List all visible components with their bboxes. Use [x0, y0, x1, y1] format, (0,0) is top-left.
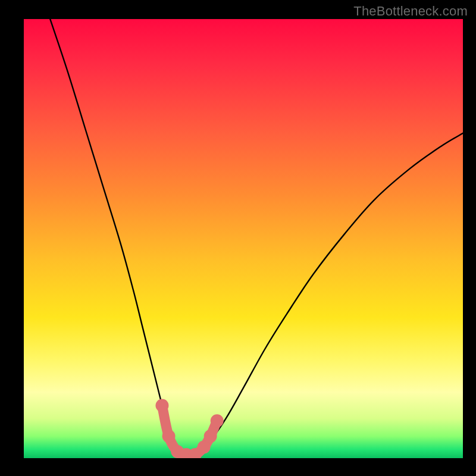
watermark-label: TheBottleneck.com — [353, 4, 468, 19]
marker-dot — [155, 399, 168, 412]
chart-frame: TheBottleneck.com — [0, 0, 476, 476]
plot-area — [24, 19, 463, 458]
curve-layer — [50, 19, 463, 455]
marker-dot — [162, 430, 176, 443]
bottleneck-curve — [50, 19, 463, 455]
marker-dot — [211, 414, 224, 427]
marker-dot — [198, 441, 211, 454]
bottleneck-curve-svg — [24, 19, 463, 458]
marker-layer — [155, 399, 223, 458]
marker-dot — [204, 430, 217, 443]
